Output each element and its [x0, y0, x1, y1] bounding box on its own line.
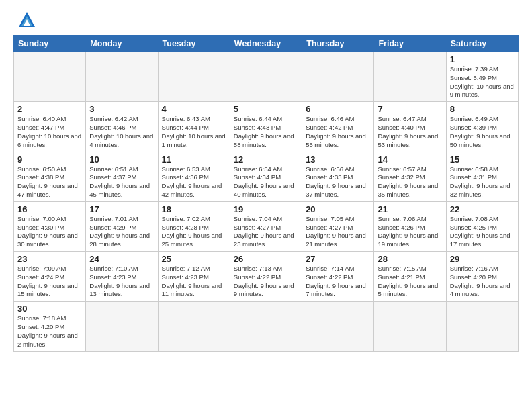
day-number: 28 [378, 254, 442, 264]
day-cell: 11Sunrise: 6:53 AM Sunset: 4:36 PM Dayli… [158, 152, 230, 201]
week-row-5: 23Sunrise: 7:09 AM Sunset: 4:24 PM Dayli… [14, 252, 519, 302]
day-cell: 18Sunrise: 7:02 AM Sunset: 4:28 PM Dayli… [158, 201, 230, 251]
week-row-3: 9Sunrise: 6:50 AM Sunset: 4:38 PM Daylig… [14, 152, 519, 201]
day-info: Sunrise: 6:57 AM Sunset: 4:32 PM Dayligh… [378, 165, 442, 199]
day-info: Sunrise: 6:46 AM Sunset: 4:42 PM Dayligh… [306, 115, 370, 149]
day-number: 27 [306, 254, 370, 264]
day-info: Sunrise: 7:02 AM Sunset: 4:28 PM Dayligh… [162, 215, 226, 249]
day-number: 10 [89, 154, 154, 165]
day-cell: 7Sunrise: 6:47 AM Sunset: 4:40 PM Daylig… [374, 102, 446, 152]
week-row-1: 1Sunrise: 7:39 AM Sunset: 5:49 PM Daylig… [14, 52, 519, 102]
day-cell: 9Sunrise: 6:50 AM Sunset: 4:38 PM Daylig… [14, 152, 86, 201]
day-number: 8 [450, 104, 515, 114]
day-cell [374, 302, 446, 351]
day-info: Sunrise: 7:04 AM Sunset: 4:27 PM Dayligh… [234, 215, 298, 249]
day-number: 18 [162, 204, 226, 214]
day-info: Sunrise: 7:10 AM Sunset: 4:23 PM Dayligh… [89, 265, 154, 299]
logo-icon [17, 11, 36, 30]
calendar-table: SundayMondayTuesdayWednesdayThursdayFrid… [13, 35, 519, 352]
day-cell: 29Sunrise: 7:16 AM Sunset: 4:20 PM Dayli… [446, 252, 518, 302]
day-cell: 1Sunrise: 7:39 AM Sunset: 5:49 PM Daylig… [446, 52, 518, 102]
day-cell: 25Sunrise: 7:12 AM Sunset: 4:23 PM Dayli… [158, 252, 230, 302]
day-cell: 22Sunrise: 7:08 AM Sunset: 4:25 PM Dayli… [446, 201, 518, 251]
weekday-header-friday: Friday [374, 36, 446, 52]
day-cell: 4Sunrise: 6:43 AM Sunset: 4:44 PM Daylig… [158, 102, 230, 152]
day-info: Sunrise: 6:54 AM Sunset: 4:34 PM Dayligh… [234, 165, 298, 199]
day-number: 11 [162, 154, 226, 165]
day-info: Sunrise: 7:15 AM Sunset: 4:21 PM Dayligh… [378, 265, 442, 299]
day-cell: 27Sunrise: 7:14 AM Sunset: 4:22 PM Dayli… [302, 252, 374, 302]
day-number: 15 [450, 154, 515, 165]
day-info: Sunrise: 6:53 AM Sunset: 4:36 PM Dayligh… [162, 165, 226, 199]
weekday-header-monday: Monday [86, 36, 158, 52]
day-info: Sunrise: 6:49 AM Sunset: 4:39 PM Dayligh… [450, 115, 515, 149]
day-number: 16 [17, 204, 82, 214]
day-info: Sunrise: 7:05 AM Sunset: 4:27 PM Dayligh… [306, 215, 370, 249]
day-info: Sunrise: 6:47 AM Sunset: 4:40 PM Dayligh… [378, 115, 442, 149]
weekday-header-tuesday: Tuesday [158, 36, 230, 52]
day-number: 3 [89, 104, 154, 114]
weekday-header-wednesday: Wednesday [230, 36, 302, 52]
day-number: 4 [162, 104, 226, 114]
day-cell [158, 52, 230, 102]
header [13, 11, 519, 30]
week-row-6: 30Sunrise: 7:18 AM Sunset: 4:20 PM Dayli… [14, 302, 519, 351]
day-info: Sunrise: 6:42 AM Sunset: 4:46 PM Dayligh… [89, 115, 154, 149]
day-info: Sunrise: 6:40 AM Sunset: 4:47 PM Dayligh… [17, 115, 82, 149]
day-number: 24 [89, 254, 154, 264]
weekday-header-saturday: Saturday [446, 36, 518, 52]
day-info: Sunrise: 6:58 AM Sunset: 4:31 PM Dayligh… [450, 165, 515, 199]
day-number: 6 [306, 104, 370, 114]
day-cell [14, 52, 86, 102]
day-cell: 30Sunrise: 7:18 AM Sunset: 4:20 PM Dayli… [14, 302, 86, 351]
day-cell: 6Sunrise: 6:46 AM Sunset: 4:42 PM Daylig… [302, 102, 374, 152]
day-cell: 23Sunrise: 7:09 AM Sunset: 4:24 PM Dayli… [14, 252, 86, 302]
day-number: 21 [378, 204, 442, 214]
day-cell [86, 302, 158, 351]
day-info: Sunrise: 7:14 AM Sunset: 4:22 PM Dayligh… [306, 265, 370, 299]
day-cell: 21Sunrise: 7:06 AM Sunset: 4:26 PM Dayli… [374, 201, 446, 251]
day-info: Sunrise: 7:01 AM Sunset: 4:29 PM Dayligh… [89, 215, 154, 249]
day-cell [230, 52, 302, 102]
day-number: 29 [450, 254, 515, 264]
day-info: Sunrise: 7:06 AM Sunset: 4:26 PM Dayligh… [378, 215, 442, 249]
day-number: 14 [378, 154, 442, 165]
day-info: Sunrise: 6:44 AM Sunset: 4:43 PM Dayligh… [234, 115, 298, 149]
week-row-2: 2Sunrise: 6:40 AM Sunset: 4:47 PM Daylig… [14, 102, 519, 152]
day-number: 20 [306, 204, 370, 214]
day-info: Sunrise: 6:51 AM Sunset: 4:37 PM Dayligh… [89, 165, 154, 199]
day-info: Sunrise: 7:00 AM Sunset: 4:30 PM Dayligh… [17, 215, 82, 249]
day-cell [374, 52, 446, 102]
day-cell: 15Sunrise: 6:58 AM Sunset: 4:31 PM Dayli… [446, 152, 518, 201]
day-cell: 20Sunrise: 7:05 AM Sunset: 4:27 PM Dayli… [302, 201, 374, 251]
day-cell: 16Sunrise: 7:00 AM Sunset: 4:30 PM Dayli… [14, 201, 86, 251]
day-cell [86, 52, 158, 102]
day-number: 9 [17, 154, 82, 165]
day-number: 13 [306, 154, 370, 165]
day-cell: 28Sunrise: 7:15 AM Sunset: 4:21 PM Dayli… [374, 252, 446, 302]
day-cell: 2Sunrise: 6:40 AM Sunset: 4:47 PM Daylig… [14, 102, 86, 152]
day-cell: 17Sunrise: 7:01 AM Sunset: 4:29 PM Dayli… [86, 201, 158, 251]
day-number: 19 [234, 204, 298, 214]
day-cell: 13Sunrise: 6:56 AM Sunset: 4:33 PM Dayli… [302, 152, 374, 201]
logo [13, 11, 36, 30]
day-info: Sunrise: 7:16 AM Sunset: 4:20 PM Dayligh… [450, 265, 515, 299]
day-info: Sunrise: 6:43 AM Sunset: 4:44 PM Dayligh… [162, 115, 226, 149]
day-number: 12 [234, 154, 298, 165]
page: SundayMondayTuesdayWednesdayThursdayFrid… [0, 0, 532, 411]
day-info: Sunrise: 6:50 AM Sunset: 4:38 PM Dayligh… [17, 165, 82, 199]
day-info: Sunrise: 7:08 AM Sunset: 4:25 PM Dayligh… [450, 215, 515, 249]
day-cell: 8Sunrise: 6:49 AM Sunset: 4:39 PM Daylig… [446, 102, 518, 152]
day-number: 26 [234, 254, 298, 264]
day-cell: 3Sunrise: 6:42 AM Sunset: 4:46 PM Daylig… [86, 102, 158, 152]
weekday-header-sunday: Sunday [14, 36, 86, 52]
day-number: 22 [450, 204, 515, 214]
day-cell: 14Sunrise: 6:57 AM Sunset: 4:32 PM Dayli… [374, 152, 446, 201]
day-info: Sunrise: 7:13 AM Sunset: 4:22 PM Dayligh… [234, 265, 298, 299]
day-info: Sunrise: 7:18 AM Sunset: 4:20 PM Dayligh… [17, 314, 82, 349]
day-cell [302, 52, 374, 102]
day-number: 1 [450, 54, 515, 64]
day-cell: 12Sunrise: 6:54 AM Sunset: 4:34 PM Dayli… [230, 152, 302, 201]
weekday-header-row: SundayMondayTuesdayWednesdayThursdayFrid… [14, 36, 519, 52]
day-cell [158, 302, 230, 351]
